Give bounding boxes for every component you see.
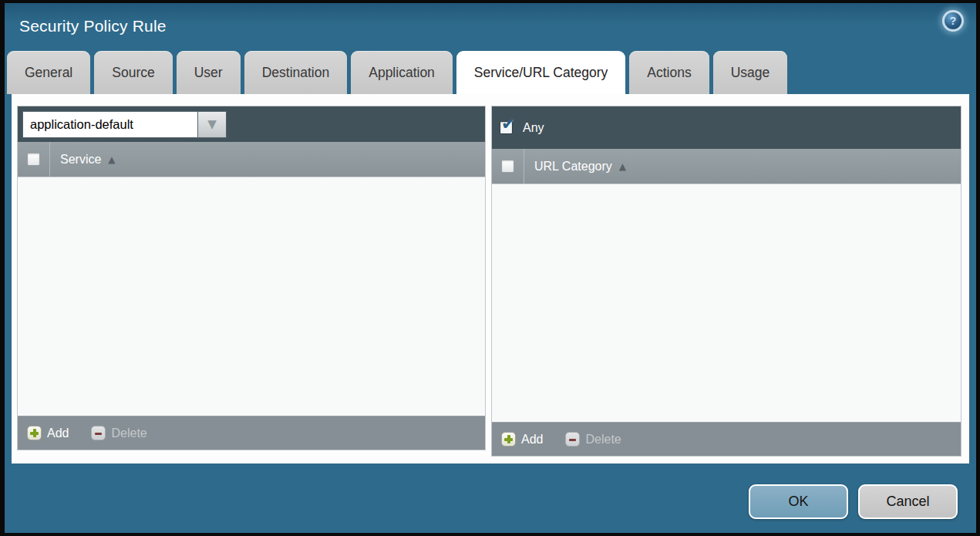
service-column-header[interactable]: Service <box>60 153 101 167</box>
ok-button[interactable]: OK <box>749 484 848 519</box>
add-icon <box>501 432 516 447</box>
service-panel: application-default ▼ Service ▲ Add <box>17 106 486 450</box>
url-category-column-header[interactable]: URL Category <box>534 160 612 174</box>
tab-source[interactable]: Source <box>94 51 172 94</box>
sort-ascending-icon[interactable]: ▲ <box>108 154 115 165</box>
tab-content-area: application-default ▼ Service ▲ Add <box>12 94 969 464</box>
sort-ascending-icon[interactable]: ▲ <box>619 161 626 172</box>
add-icon <box>27 426 42 440</box>
tab-application[interactable]: Application <box>351 51 453 94</box>
delete-button-label: Delete <box>585 433 621 447</box>
dialog-title: Security Policy Rule <box>19 17 167 35</box>
help-icon: ? <box>945 12 961 29</box>
url-category-add-button[interactable]: Add <box>501 432 543 447</box>
tab-usage[interactable]: Usage <box>713 51 788 94</box>
cancel-button[interactable]: Cancel <box>858 484 958 519</box>
tab-destination[interactable]: Destination <box>244 51 348 94</box>
tab-actions[interactable]: Actions <box>629 51 709 94</box>
any-checkbox-label[interactable]: Any <box>523 121 544 135</box>
service-type-dropdown-button[interactable]: ▼ <box>198 111 227 138</box>
service-select-all-checkbox[interactable] <box>27 153 40 166</box>
dialog-frame: Security Policy Rule ? General Source Us… <box>5 3 976 533</box>
service-header-checkbox-cell <box>18 142 50 177</box>
dialog-action-buttons: OK Cancel <box>749 484 958 519</box>
delete-button-label: Delete <box>111 426 146 440</box>
service-type-dropdown[interactable]: application-default ▼ <box>22 111 227 138</box>
title-bar: Security Policy Rule <box>5 3 976 49</box>
tab-general[interactable]: General <box>7 51 90 94</box>
help-button[interactable]: ? <box>942 10 964 32</box>
service-table-header: Service ▲ <box>18 142 485 177</box>
delete-icon <box>91 426 106 440</box>
add-button-label: Add <box>521 433 543 447</box>
url-category-list-body[interactable] <box>492 184 961 422</box>
service-add-button[interactable]: Add <box>27 426 69 440</box>
add-button-label: Add <box>47 426 69 440</box>
service-footer: Add Delete <box>18 416 485 450</box>
url-category-select-all-checkbox[interactable] <box>501 160 514 173</box>
delete-icon <box>565 432 580 447</box>
service-topbar: application-default ▼ <box>18 106 485 142</box>
tab-user[interactable]: User <box>177 51 241 94</box>
service-list-body[interactable] <box>18 177 485 416</box>
tab-bar: General Source User Destination Applicat… <box>7 51 787 94</box>
service-delete-button[interactable]: Delete <box>91 426 146 440</box>
url-category-panel: ✔ Any URL Category ▲ Add Delete <box>491 106 961 457</box>
url-category-footer: Add Delete <box>492 422 961 456</box>
url-category-header-checkbox-cell <box>492 149 524 184</box>
security-policy-rule-dialog: { "window": { "title": "Security Policy … <box>0 0 980 536</box>
url-category-topbar: ✔ Any <box>492 106 961 149</box>
any-checkbox[interactable]: ✔ <box>500 121 513 134</box>
checkmark-icon: ✔ <box>501 116 515 133</box>
url-category-table-header: URL Category ▲ <box>492 149 961 184</box>
service-type-dropdown-value[interactable]: application-default <box>22 111 198 138</box>
tab-service-url-category[interactable]: Service/URL Category <box>456 51 625 94</box>
chevron-down-icon: ▼ <box>207 119 217 130</box>
url-category-delete-button[interactable]: Delete <box>565 432 621 447</box>
